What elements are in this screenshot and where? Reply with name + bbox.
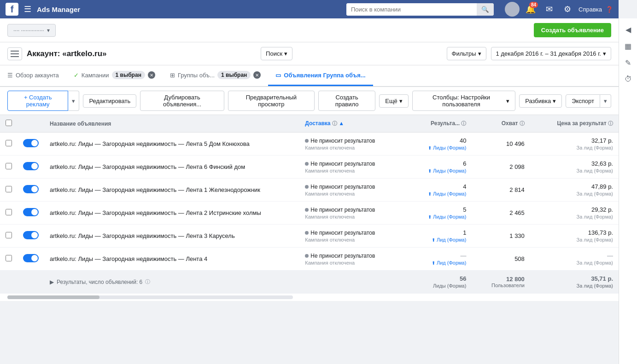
results-link[interactable]: ⬆ Лиды (Форма) xyxy=(412,168,467,173)
breakdown-button[interactable]: Разбивка ▾ xyxy=(519,94,562,108)
filters-button[interactable]: Фильтры ▾ xyxy=(447,47,486,60)
select-all-checkbox[interactable] xyxy=(6,120,12,126)
adsets-badge: 1 выбран xyxy=(217,71,251,79)
tab-ads[interactable]: ▭ Объявления Группа объя... xyxy=(268,65,373,86)
row-toggle-cell[interactable] xyxy=(18,156,44,179)
toggle-switch[interactable] xyxy=(23,208,39,216)
row-toggle-cell[interactable] xyxy=(18,202,44,225)
reach-cell: 2 098 xyxy=(472,156,530,179)
avatar[interactable] xyxy=(505,2,520,17)
create-ad-toolbar-label: + Создать рекламу xyxy=(13,94,62,108)
row-checkbox[interactable] xyxy=(6,232,12,238)
row-toggle-cell[interactable] xyxy=(18,133,44,156)
info-icon: ⓘ xyxy=(332,121,337,126)
price-cell: 32,63 р. За лид (Форма) xyxy=(530,156,619,179)
results-link[interactable]: ⬆ Лиды (Форма) xyxy=(412,214,467,220)
delivery-status-dot xyxy=(305,208,309,212)
row-checkbox[interactable] xyxy=(6,163,12,169)
edit-button[interactable]: Редактировать xyxy=(83,94,136,108)
ad-name: artkelo.ru: Лиды — Загородная недвижимос… xyxy=(50,163,245,170)
reach-cell: 1 330 xyxy=(472,225,530,248)
campaigns-close-icon[interactable]: ✕ xyxy=(148,71,155,79)
create-ad-toolbar-button[interactable]: + Создать рекламу xyxy=(7,91,68,111)
ad-name: artkelo.ru: Лиды — Загородная недвижимос… xyxy=(50,209,261,216)
ad-name: artkelo.ru: Лиды — Загородная недвижимос… xyxy=(50,140,250,147)
notifications-icon[interactable]: 🔔 84 xyxy=(523,2,538,17)
row-toggle-cell[interactable] xyxy=(18,179,44,202)
sidebar-collapse-icon[interactable]: ◀ xyxy=(621,22,636,37)
tab-overview-label: Обзор аккаунта xyxy=(16,72,59,79)
sidebar-chart-icon[interactable]: ▦ xyxy=(621,39,636,53)
hamburger-icon[interactable]: ☰ xyxy=(24,4,31,14)
summary-checkbox-cell xyxy=(0,271,18,294)
row-checkbox[interactable] xyxy=(6,255,12,261)
svg-rect-0 xyxy=(11,51,19,52)
row-toggle-cell[interactable] xyxy=(18,225,44,248)
toggle-switch[interactable] xyxy=(23,139,39,147)
preview-button[interactable]: Предварительный просмотр xyxy=(228,91,315,111)
toggle-switch[interactable] xyxy=(23,185,39,193)
expand-icon[interactable]: ▶ xyxy=(50,279,54,285)
results-link[interactable]: ⬆ Лид (Форма) xyxy=(412,260,467,266)
date-chevron-icon: ▾ xyxy=(603,50,606,57)
toggle-switch[interactable] xyxy=(23,231,39,239)
reach-info-icon: ⓘ xyxy=(520,121,525,126)
export-button[interactable]: Экспорт xyxy=(566,94,600,108)
messages-icon[interactable]: ✉ xyxy=(542,2,556,17)
duplicate-button[interactable]: Дублировать объявления... xyxy=(140,91,224,111)
columns-button[interactable]: Столбцы: Настройки пользователя ▾ xyxy=(412,91,515,111)
row-checkbox[interactable] xyxy=(6,186,12,192)
help-link[interactable]: Справка xyxy=(579,6,602,13)
row-checkbox-cell[interactable] xyxy=(0,202,18,225)
create-ad-button[interactable]: Создать объявление xyxy=(534,23,611,37)
price-value: 32,63 р. xyxy=(536,160,613,167)
row-toggle-cell[interactable] xyxy=(18,248,44,271)
delivery-cell: Не приносит результатов Кампания отключе… xyxy=(299,202,406,225)
select-all-header[interactable] xyxy=(0,115,18,133)
ad-name: artkelo.ru: Лиды — Загородная недвижимос… xyxy=(50,232,235,239)
row-checkbox-cell[interactable] xyxy=(0,133,18,156)
search-button[interactable]: 🔍 xyxy=(477,3,494,16)
create-ad-dropdown-button[interactable]: ▾ xyxy=(68,91,79,111)
date-range-label: 1 декабря 2016 г. – 31 декабря 2016 г. xyxy=(496,50,601,57)
rule-button[interactable]: Создать правило xyxy=(318,91,375,111)
delivery-column-header[interactable]: Доставка ⓘ ▲ xyxy=(299,115,406,133)
toggle-switch[interactable] xyxy=(23,254,39,262)
row-checkbox[interactable] xyxy=(6,209,12,215)
table-row: artkelo.ru: Лиды — Загородная недвижимос… xyxy=(0,225,619,248)
toggle-switch[interactable] xyxy=(23,162,39,170)
tab-overview[interactable]: ☰ Обзор аккаунта xyxy=(0,65,66,86)
price-sub: За лид (Форма) xyxy=(536,260,613,266)
scroll-thumb[interactable] xyxy=(7,295,99,299)
svg-rect-1 xyxy=(11,53,19,54)
row-checkbox[interactable] xyxy=(6,140,12,146)
price-value: 29,32 р. xyxy=(536,206,613,213)
results-cell: — ⬆ Лид (Форма) xyxy=(407,248,472,271)
date-range-button[interactable]: 1 декабря 2016 г. – 31 декабря 2016 г. ▾ xyxy=(491,47,611,60)
tab-campaigns[interactable]: ✓ Кампании 1 выбран ✕ xyxy=(66,65,163,86)
results-link[interactable]: ⬆ Лиды (Форма) xyxy=(412,145,467,150)
tab-adsets[interactable]: ⊞ Группы объ... 1 выбран ✕ xyxy=(163,65,268,86)
scroll-bar[interactable] xyxy=(0,294,619,301)
sidebar-history-icon[interactable]: ⏱ xyxy=(621,72,636,87)
sidebar-edit-icon[interactable]: ✎ xyxy=(621,55,636,70)
table-row: artkelo.ru: Лиды — Загородная недвижимос… xyxy=(0,202,619,225)
more-button[interactable]: Ещё ▾ xyxy=(379,94,409,108)
row-checkbox-cell[interactable] xyxy=(0,225,18,248)
gear-icon[interactable]: ⚙ xyxy=(560,2,575,17)
row-checkbox-cell[interactable] xyxy=(0,156,18,179)
account-selector[interactable]: ···· ··············· ▾ xyxy=(7,24,56,37)
search-filter-button[interactable]: Поиск ▾ xyxy=(261,47,292,60)
results-link[interactable]: ⬆ Лид (Форма) xyxy=(412,237,467,243)
filter-toggle-icon[interactable] xyxy=(7,47,22,60)
reach-cell: 2 814 xyxy=(472,179,530,202)
delivery-status-dot xyxy=(305,231,309,235)
toolbar-right: Столбцы: Настройки пользователя ▾ Разбив… xyxy=(412,91,611,111)
adsets-close-icon[interactable]: ✕ xyxy=(253,71,261,79)
export-dropdown-button[interactable]: ▾ xyxy=(600,94,611,108)
row-checkbox-cell[interactable] xyxy=(0,248,18,271)
results-link[interactable]: ⬆ Лиды (Форма) xyxy=(412,191,467,196)
account-label: Аккаунт: «artkelo.ru» xyxy=(27,49,107,58)
search-input[interactable] xyxy=(346,3,477,16)
row-checkbox-cell[interactable] xyxy=(0,179,18,202)
